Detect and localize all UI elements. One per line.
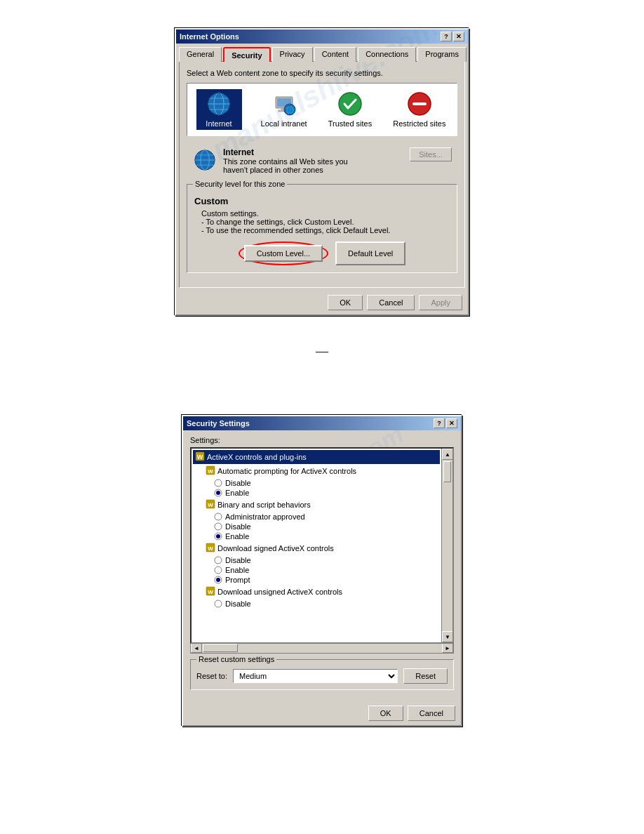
zone-internet[interactable]: Internet — [196, 89, 242, 130]
radio-unchecked-icon — [214, 479, 222, 487]
h-scroll-track — [202, 643, 442, 653]
internet-icon — [206, 91, 232, 117]
radio-checked-icon — [214, 489, 222, 497]
auto-prompting-disable[interactable]: Disable — [193, 478, 440, 488]
zone-info-text: Internet This zone contains all Web site… — [223, 147, 404, 174]
security-level-group: Security level for this zone Custom Cust… — [187, 184, 457, 273]
security-cancel-button[interactable]: Cancel — [408, 706, 455, 721]
auto-prompting-enable[interactable]: Enable — [193, 488, 440, 498]
svg-point-38 — [216, 578, 220, 582]
zone-restricted-sites-label: Restricted sites — [393, 119, 445, 128]
separator: — — [316, 344, 328, 359]
close-button[interactable]: ✕ — [453, 32, 464, 41]
security-settings-dialog: manualshlive.com Security Settings ? ✕ S… — [182, 415, 462, 727]
binary-admin-approved[interactable]: Administrator approved — [193, 512, 440, 522]
horizontal-scrollbar[interactable]: ◄ ► — [190, 642, 454, 654]
tab-privacy[interactable]: Privacy — [272, 47, 313, 62]
level-buttons: Custom Level... Default Level — [194, 241, 450, 265]
scroll-thumb-v[interactable] — [443, 461, 451, 482]
tab-general[interactable]: General — [179, 47, 222, 62]
security-ok-button[interactable]: OK — [368, 706, 403, 721]
unsigned-disable[interactable]: Disable — [193, 599, 440, 609]
reset-button[interactable]: Reset — [403, 668, 448, 684]
security-tab-content: Select a Web content zone to specify its… — [179, 61, 465, 288]
signed-prompt[interactable]: Prompt — [193, 575, 440, 585]
scroll-left-button[interactable]: ◄ — [191, 643, 202, 653]
signed-prompt-label: Prompt — [225, 576, 250, 584]
default-level-button[interactable]: Default Level — [335, 241, 405, 265]
scroll-thumb-h[interactable] — [203, 644, 238, 652]
settings-scroll-container[interactable]: W ActiveX controls and plug-ins W Automa… — [190, 447, 454, 644]
scroll-right-button[interactable]: ► — [442, 643, 453, 653]
auto-prompting-disable-label: Disable — [225, 479, 251, 487]
zone-local-intranet-label: Local intranet — [261, 119, 307, 128]
signed-disable-label: Disable — [225, 556, 251, 564]
scroll-up-button[interactable]: ▲ — [442, 449, 453, 460]
sites-button[interactable]: Sites... — [410, 147, 452, 161]
custom-level-button[interactable]: Custom Level... — [244, 245, 323, 262]
radio-checked-icon2 — [214, 532, 222, 541]
binary-script-item: W Binary and script behaviors — [193, 498, 440, 512]
category-activex[interactable]: W ActiveX controls and plug-ins — [193, 450, 440, 464]
svg-text:🌐: 🌐 — [286, 105, 295, 114]
zone-restricted-sites[interactable]: Restricted sites — [391, 89, 448, 130]
dialog-title: Internet Options — [180, 32, 239, 41]
binary-admin-label: Administrator approved — [225, 512, 305, 521]
svg-text:W: W — [208, 589, 213, 595]
zone-info-panel: Internet This zone contains all Web site… — [187, 142, 457, 180]
binary-disable[interactable]: Disable — [193, 522, 440, 531]
unsigned-disable-label: Disable — [225, 600, 251, 608]
download-signed-item: W Download signed ActiveX controls — [193, 541, 440, 555]
binary-script-label: Binary and script behaviors — [217, 501, 311, 509]
cancel-button[interactable]: Cancel — [367, 295, 415, 310]
signed-enable-label: Enable — [225, 566, 249, 574]
svg-point-36 — [215, 567, 222, 574]
zones-panel: Internet 🌐 Local intranet — [187, 83, 457, 136]
security-dialog-footer: OK Cancel — [183, 701, 461, 725]
zone-trusted-sites[interactable]: Trusted sites — [326, 89, 375, 130]
signed-disable[interactable]: Disable — [193, 555, 440, 565]
svg-text:W: W — [208, 502, 213, 508]
scroll-down-button[interactable]: ▼ — [442, 631, 453, 642]
title-bar: Internet Options ? ✕ — [176, 29, 468, 44]
zone-trusted-sites-label: Trusted sites — [328, 119, 373, 128]
radio-unchecked-icon3 — [214, 522, 222, 531]
svg-point-12 — [339, 93, 361, 115]
reset-select[interactable]: Medium — [233, 669, 398, 683]
tab-content[interactable]: Content — [314, 47, 357, 62]
svg-point-35 — [215, 557, 222, 564]
zone-local-intranet[interactable]: 🌐 Local intranet — [259, 89, 309, 130]
auto-prompting-label: Automatic prompting for ActiveX controls — [217, 467, 356, 475]
tab-connections[interactable]: Connections — [358, 47, 416, 62]
binary-enable-label: Enable — [225, 532, 249, 541]
tab-bar: General Security Privacy Content Connect… — [176, 44, 468, 61]
restricted-sites-icon — [407, 91, 432, 117]
download-signed-label: Download signed ActiveX controls — [217, 544, 334, 552]
ok-button[interactable]: OK — [328, 295, 363, 310]
scroll-track[interactable] — [442, 460, 452, 631]
security-help-button[interactable]: ? — [434, 418, 445, 428]
zone-info-title: Internet — [223, 147, 404, 157]
signed-enable[interactable]: Enable — [193, 565, 440, 575]
tab-security[interactable]: Security — [223, 47, 270, 62]
svg-point-29 — [215, 513, 222, 520]
auto-prompting-icon: W — [206, 465, 215, 477]
custom-desc3: - To use the recommended settings, click… — [201, 226, 450, 234]
local-intranet-icon: 🌐 — [271, 91, 297, 117]
svg-text:W: W — [197, 454, 203, 461]
radio-unchecked-icon5 — [214, 566, 222, 574]
tab-programs[interactable]: Programs — [417, 47, 467, 62]
zone-internet-label: Internet — [206, 119, 232, 128]
security-close-button[interactable]: ✕ — [446, 418, 457, 428]
radio-unchecked-icon6 — [214, 600, 222, 608]
binary-enable[interactable]: Enable — [193, 531, 440, 541]
download-unsigned-icon: W — [206, 586, 215, 597]
svg-point-26 — [216, 491, 220, 495]
apply-button[interactable]: Apply — [419, 295, 462, 310]
vertical-scrollbar[interactable]: ▲ ▼ — [441, 449, 452, 642]
reset-group-label: Reset custom settings — [196, 655, 276, 663]
help-button[interactable]: ? — [441, 32, 452, 41]
custom-desc2: - To change the settings, click Custom L… — [201, 218, 450, 226]
svg-text:W: W — [208, 468, 213, 475]
tab-advanced[interactable]: Advanced — [468, 47, 469, 62]
